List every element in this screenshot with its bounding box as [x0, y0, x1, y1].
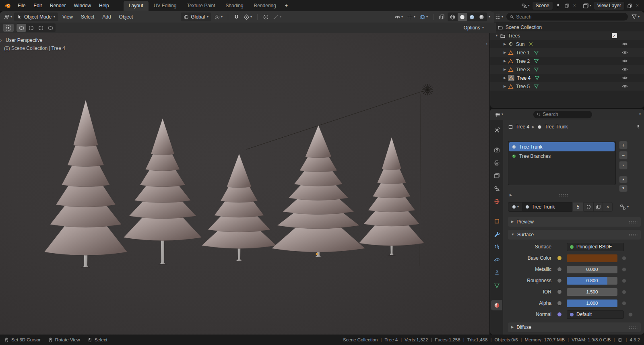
scene-name-field[interactable]: Scene: [532, 1, 553, 10]
resize-grip[interactable]: [558, 194, 569, 196]
breadcrumb-object[interactable]: Tree 4: [516, 124, 529, 130]
select-mode-set[interactable]: [17, 24, 26, 32]
shading-rendered-button[interactable]: [477, 13, 487, 21]
snap-settings-select[interactable]: ▾: [242, 13, 253, 21]
metallic-slider[interactable]: 0.000: [567, 266, 617, 273]
delete-scene-button[interactable]: ×: [572, 2, 577, 9]
pin-scene-icon[interactable]: [554, 2, 562, 9]
menu-window[interactable]: Window: [70, 0, 95, 11]
view-layer-field[interactable]: View Layer: [594, 1, 625, 10]
select-mode-extend[interactable]: [26, 24, 36, 32]
properties-tab-render[interactable]: [491, 145, 502, 155]
animate-decorator[interactable]: [622, 267, 626, 272]
pivot-point-select[interactable]: ▾: [213, 13, 224, 21]
shading-wireframe-button[interactable]: [448, 13, 458, 21]
menu-file[interactable]: File: [14, 0, 29, 11]
menu-add[interactable]: Add: [99, 14, 114, 20]
properties-tab-physics[interactable]: [491, 254, 502, 265]
shading-dropdown-icon[interactable]: ▾: [489, 15, 490, 19]
expand-icon[interactable]: ▶: [502, 42, 508, 46]
proportional-falloff-select[interactable]: ▾: [272, 13, 283, 21]
menu-view[interactable]: View: [59, 14, 76, 20]
properties-tab-constraints[interactable]: [491, 267, 502, 278]
properties-editor-type-button[interactable]: ▾: [493, 111, 504, 118]
shading-solid-button[interactable]: [458, 13, 467, 21]
expand-icon[interactable]: ▶: [502, 68, 508, 71]
expand-icon[interactable]: ▶: [502, 85, 508, 88]
outliner-search[interactable]: [506, 13, 628, 21]
material-slot[interactable]: Tree Branches: [509, 151, 615, 161]
properties-tab-output[interactable]: [491, 157, 502, 168]
new-scene-button[interactable]: [563, 2, 571, 9]
properties-tab-particles[interactable]: [491, 242, 502, 252]
properties-tab-world[interactable]: [491, 196, 502, 207]
alpha-slider[interactable]: 1.000: [567, 300, 617, 307]
preview-section-header[interactable]: ▶ Preview: [508, 217, 641, 227]
hide-eye-toggle[interactable]: [622, 75, 628, 81]
network-icon[interactable]: [617, 337, 623, 343]
ior-slider[interactable]: 1.500: [567, 288, 617, 296]
properties-search-input[interactable]: [543, 112, 589, 117]
animate-decorator[interactable]: [628, 312, 633, 317]
diffuse-section-header[interactable]: ▶ Diffuse: [508, 322, 641, 332]
tree-objects[interactable]: [44, 100, 424, 267]
properties-tab-scene[interactable]: [491, 183, 502, 194]
outliner-row-tree-2[interactable]: ▶ Tree 2: [490, 57, 644, 65]
mode-select[interactable]: Object Mode ▾: [14, 12, 58, 21]
menu-object[interactable]: Object: [116, 14, 137, 20]
menu-help[interactable]: Help: [95, 0, 113, 11]
move-slot-up-button[interactable]: ▲: [619, 176, 627, 183]
outliner-row-tree-5[interactable]: ▶ Tree 5: [490, 82, 644, 91]
sidebar-expand-icon[interactable]: ‹: [486, 40, 488, 47]
tab-shading[interactable]: Shading: [221, 1, 249, 11]
normal-select[interactable]: Default: [567, 310, 624, 319]
gizmos-select[interactable]: ▾: [406, 13, 417, 21]
surface-section-header[interactable]: ▼ Surface: [508, 230, 641, 240]
slot-specials-menu[interactable]: ▾: [619, 161, 627, 169]
outliner-filter-button[interactable]: ▾: [630, 13, 641, 21]
collapse-icon[interactable]: ▼: [493, 34, 500, 37]
outliner-row-tree-1[interactable]: ▶ Tree 1: [490, 48, 644, 57]
outliner-row-sun[interactable]: ▶ Sun: [490, 40, 644, 48]
3d-viewport[interactable]: User Perspective (0) Scene Collection | …: [0, 33, 489, 335]
menu-render[interactable]: Render: [46, 0, 70, 11]
remove-slot-button[interactable]: −: [619, 151, 627, 159]
properties-tab-material[interactable]: [491, 300, 502, 310]
animate-decorator[interactable]: [622, 301, 626, 306]
add-slot-button[interactable]: +: [619, 141, 627, 149]
hide-eye-toggle[interactable]: [622, 58, 628, 64]
drag-grip-icon[interactable]: [629, 326, 638, 329]
tab-layout[interactable]: Layout: [124, 1, 149, 11]
unlink-material-button[interactable]: ×: [603, 202, 613, 212]
collection-checkbox[interactable]: ✓: [612, 33, 617, 38]
material-slot[interactable]: Tree Trunk: [509, 142, 615, 151]
tool-options-dropdown[interactable]: Options▾: [464, 25, 484, 31]
overlays-select[interactable]: ▾: [418, 13, 429, 21]
shading-material-button[interactable]: [467, 13, 477, 21]
breadcrumb-material[interactable]: Tree Trunk: [545, 124, 568, 130]
snap-toggle[interactable]: [232, 13, 241, 21]
browse-scene-button[interactable]: ▾: [520, 2, 531, 10]
proportional-editing-toggle[interactable]: [262, 13, 270, 21]
fake-user-shield-button[interactable]: [584, 202, 593, 212]
outliner-editor-type-button[interactable]: ▾: [493, 13, 504, 21]
properties-search[interactable]: [533, 111, 592, 118]
hide-eye-toggle[interactable]: [622, 83, 628, 89]
animate-decorator[interactable]: [622, 256, 626, 260]
browse-view-layer-button[interactable]: ▾: [582, 2, 592, 10]
remove-view-layer-button[interactable]: ×: [635, 2, 640, 9]
tab-rendering[interactable]: Rendering: [249, 1, 281, 11]
properties-tab-data[interactable]: [491, 280, 502, 291]
select-mode-intersect[interactable]: [45, 24, 55, 32]
properties-tab-view-layer[interactable]: [491, 170, 502, 181]
material-name-field[interactable]: Tree Trunk: [522, 202, 572, 212]
expand-icon[interactable]: ▶: [502, 76, 508, 80]
blender-logo-icon[interactable]: [4, 2, 11, 9]
drag-grip-icon[interactable]: [629, 233, 638, 236]
expand-icon[interactable]: ▶: [502, 51, 508, 54]
transform-orientation-select[interactable]: Global ▾: [181, 12, 211, 21]
outliner-row-tree-4[interactable]: ▶ Tree 4: [490, 74, 644, 82]
expand-icon[interactable]: ▶: [502, 59, 508, 63]
expand-icon[interactable]: ▶: [508, 193, 514, 197]
roughness-slider[interactable]: 0.800: [567, 277, 617, 285]
